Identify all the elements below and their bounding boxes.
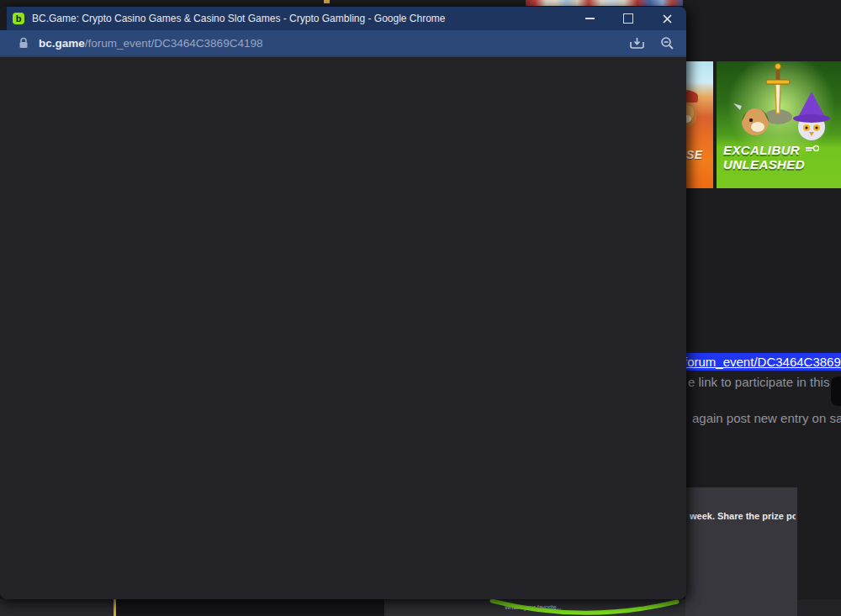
green-arc-decoration	[384, 599, 685, 616]
lock-icon[interactable]	[19, 37, 29, 49]
forum-post-card: week. Share the prize po	[685, 487, 797, 616]
zoom-magnifier-icon[interactable]	[660, 36, 674, 50]
minimize-icon	[585, 18, 595, 19]
forum-paragraph-line: again post new entry on sa	[692, 411, 841, 425]
banner-title-line1: EXCALIBUR	[723, 143, 800, 157]
page-bottom-strip	[0, 599, 114, 616]
forum-paragraph-line: e link to participate in this	[688, 375, 841, 389]
knife-art	[733, 103, 742, 110]
window-titlebar[interactable]: b BC.Game: Crypto Casino Games & Casino …	[0, 7, 686, 30]
browser-window: b BC.Game: Crypto Casino Games & Casino …	[0, 7, 686, 599]
provider-logo-icon	[806, 144, 819, 153]
screen: SE EXCALIBUR	[0, 0, 841, 616]
browser-viewport[interactable]	[0, 57, 686, 599]
maximize-icon	[623, 13, 633, 24]
yellow-accent-mark	[324, 0, 330, 3]
banner-title: EXCALIBUR UNLEASHED	[723, 143, 819, 171]
url-text[interactable]: bc.game/forum_event/DC3464C3869C4198	[39, 37, 629, 50]
forum-link-text[interactable]: forum_event/DC3464C3869	[684, 353, 841, 371]
selected-forum-link[interactable]: forum_event/DC3464C3869	[684, 353, 841, 371]
close-icon	[662, 13, 673, 24]
url-path: /forum_event/DC3464C3869C4198	[85, 37, 263, 50]
save-page-icon[interactable]	[629, 36, 645, 50]
window-title: BC.Game: Crypto Casino Games & Casino Sl…	[32, 13, 570, 24]
minimize-button[interactable]	[570, 7, 609, 30]
url-domain: bc.game	[39, 37, 85, 50]
page-banner-fragment	[526, 0, 683, 6]
window-controls	[570, 7, 686, 30]
bcgame-favicon-icon: b	[13, 13, 24, 24]
maximize-button[interactable]	[609, 7, 648, 30]
close-button[interactable]	[648, 7, 686, 30]
page-bottom-strip	[116, 599, 384, 616]
address-bar[interactable]: bc.game/forum_event/DC3464C3869C4198	[0, 30, 686, 57]
banner-title-line2: UNLEASHED	[723, 157, 805, 171]
post-card-text: week. Share the prize po	[690, 511, 796, 521]
page-bottom-strip	[797, 599, 841, 616]
edge-black-chip	[831, 376, 841, 406]
forum-footer-panel: What's your favorite...	[384, 599, 685, 616]
game-banner-excalibur[interactable]: EXCALIBUR UNLEASHED	[717, 61, 841, 188]
titlebar-notch	[0, 7, 7, 30]
banner-caption: SE	[686, 148, 703, 161]
